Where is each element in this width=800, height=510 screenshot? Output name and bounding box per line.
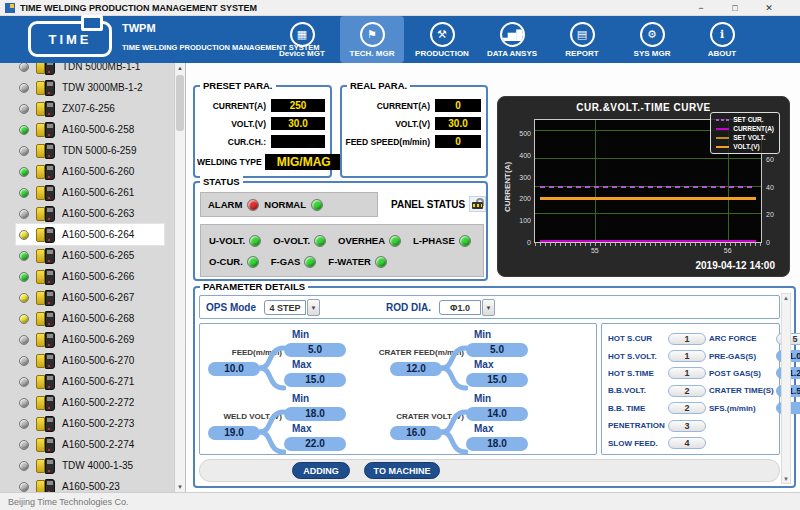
- real-row: CURRENT(A)0: [344, 98, 481, 113]
- sidebar-device-item[interactable]: A160-500-6-263: [16, 203, 164, 224]
- ops-mode-dropdown[interactable]: 4 STEP ▼: [264, 299, 320, 316]
- rod-dia-value[interactable]: Φ1.0: [439, 300, 481, 315]
- max-value-field[interactable]: 18.0: [466, 437, 528, 451]
- real-row-label: CURRENT(A): [344, 101, 430, 111]
- sidebar-device-item[interactable]: A160-500-2-272: [16, 392, 164, 413]
- current-value-field[interactable]: 19.0: [208, 426, 260, 440]
- sidebar-device-item[interactable]: A160-500-6-258: [16, 119, 164, 140]
- max-value-field[interactable]: 15.0: [466, 373, 528, 387]
- close-button[interactable]: ✕: [752, 3, 786, 13]
- scroll-down-icon[interactable]: ▼: [175, 484, 185, 490]
- series-line-set-cur: [540, 186, 757, 188]
- preset-rows: CURRENT(A)250VOLT.(V)30.0CUR.CH.:: [195, 87, 330, 149]
- legend-item: SET VOLT.: [716, 134, 774, 141]
- max-value-field[interactable]: 22.0: [284, 437, 346, 451]
- real-rows: CURRENT(A)0VOLT.(V)30.0FEED SPEED(m/min)…: [342, 87, 486, 149]
- welder-machine-icon: [36, 122, 55, 138]
- chevron-down-icon[interactable]: ▼: [307, 299, 320, 316]
- current-value-field[interactable]: 16.0: [390, 426, 442, 440]
- led-green-icon: [304, 256, 316, 268]
- nav-item-about[interactable]: ℹABOUT: [690, 16, 754, 63]
- parameter-details-panel: PARAMETER DETAILS OPS Mode 4 STEP ▼ ROD …: [193, 286, 796, 488]
- max-value-field[interactable]: 15.0: [284, 373, 346, 387]
- ops-mode-value[interactable]: 4 STEP: [264, 300, 306, 315]
- v-gridline: [595, 120, 596, 242]
- param-value-field[interactable]: 1: [668, 350, 706, 362]
- scrollbar-thumb[interactable]: [176, 75, 184, 131]
- sidebar-device-item[interactable]: A160-500-2-274: [16, 434, 164, 455]
- sidebar-device-item[interactable]: A160-500-6-267: [16, 287, 164, 308]
- welder-machine-icon: [36, 248, 55, 264]
- sidebar-device-item[interactable]: TDW 4000-1-35: [16, 455, 164, 476]
- nav-item-sys-mgr[interactable]: ⚙SYS MGR: [620, 16, 684, 63]
- details-scrollbar[interactable]: ▲ ▼: [781, 293, 791, 484]
- param-value-field[interactable]: 2: [668, 385, 706, 397]
- nav-item-data-ansys[interactable]: ▂▅▇DATA ANSYS: [480, 16, 544, 63]
- real-row-label: VOLT.(V): [344, 119, 430, 129]
- sidebar-device-item[interactable]: TDW 3000MB-1-2: [16, 77, 164, 98]
- preset-para-panel: PRESET PARA. CURRENT(A)250VOLT.(V)30.0CU…: [193, 85, 332, 178]
- x-tick: 55: [591, 247, 599, 254]
- y-tick-left: 300: [519, 173, 531, 180]
- maximize-button[interactable]: □: [718, 3, 752, 13]
- sidebar-device-item[interactable]: A160-500-6-264: [16, 224, 164, 245]
- led-gray-icon: [19, 146, 29, 156]
- param-value-field[interactable]: 2: [668, 402, 706, 414]
- led-green-icon: [19, 125, 29, 135]
- led-green-icon: [19, 251, 29, 261]
- sidebar-device-item[interactable]: A160-500-6-269: [16, 329, 164, 350]
- preset-row: CURRENT(A)250: [197, 98, 325, 113]
- scroll-up-icon[interactable]: ▲: [782, 295, 790, 301]
- param-value-field[interactable]: 1: [668, 367, 706, 379]
- welder-machine-icon: [36, 395, 55, 411]
- device-label: TDN 5000MB-1-1: [62, 63, 140, 72]
- min-value-field[interactable]: 18.0: [284, 407, 346, 421]
- preset-value-display: 30.0: [271, 117, 325, 130]
- sidebar-device-item[interactable]: A160-500-6-268: [16, 308, 164, 329]
- minimize-button[interactable]: −: [684, 3, 718, 13]
- rod-dia-dropdown[interactable]: Φ1.0 ▼: [439, 299, 495, 316]
- to-machine-button[interactable]: TO MACHINE: [364, 462, 440, 479]
- param-label: PRE-GAS(S): [709, 352, 773, 361]
- window-controls: − □ ✕: [684, 3, 786, 13]
- sidebar-device-item[interactable]: TDN 5000-6-259: [16, 140, 164, 161]
- min-value-field[interactable]: 14.0: [466, 407, 528, 421]
- param-label: ARC FORCE: [709, 334, 773, 343]
- sidebar-device-item[interactable]: TDN 5000MB-1-1: [16, 63, 164, 77]
- param-value-field[interactable]: 3: [668, 420, 706, 432]
- min-label: Min: [292, 329, 309, 340]
- min-value-field[interactable]: 5.0: [466, 343, 528, 357]
- param-value-field[interactable]: 1: [668, 333, 706, 345]
- sidebar-device-item[interactable]: A160-500-23: [16, 476, 164, 492]
- led-gray-icon: [19, 440, 29, 450]
- param-label: SFS.(m/min): [709, 404, 773, 413]
- sidebar-device-item[interactable]: A160-500-6-266: [16, 266, 164, 287]
- nav-item-report[interactable]: ▤REPORT: [550, 16, 614, 63]
- scroll-up-icon[interactable]: ▲: [175, 65, 185, 71]
- param-value-field[interactable]: 4: [668, 437, 706, 449]
- sidebar-device-item[interactable]: A160-500-6-271: [16, 371, 164, 392]
- nav-item-device-mgt[interactable]: ▦Device MGT: [270, 16, 334, 63]
- current-value-field[interactable]: 10.0: [208, 362, 260, 376]
- sidebar-device-item[interactable]: ZX07-6-256: [16, 98, 164, 119]
- extra-params-box: HOT S.CUR1ARC FORCE5HOT S.VOLT.1PRE-GAS(…: [601, 323, 780, 455]
- nav-item-tech-mgr[interactable]: ⚑TECH. MGR: [340, 16, 404, 63]
- scroll-down-icon[interactable]: ▼: [782, 476, 790, 482]
- adding-button[interactable]: ADDING: [292, 462, 350, 479]
- chevron-down-icon[interactable]: ▼: [482, 299, 495, 316]
- signal-row-2: O-CUR.F-GASF-WATER: [209, 251, 475, 272]
- sidebar-device-item[interactable]: A160-500-6-265: [16, 245, 164, 266]
- window-title: TIME WELDING PRODUCTION MANAGEMENT SYSTE…: [20, 3, 257, 13]
- min-value-field[interactable]: 5.0: [284, 343, 346, 357]
- nav-item-production[interactable]: ⚒PRODUCTION: [410, 16, 474, 63]
- sidebar-scrollbar[interactable]: ▲ ▼: [174, 63, 185, 492]
- legend-item: VOLT.(V): [716, 143, 774, 150]
- sidebar-device-item[interactable]: A160-500-6-261: [16, 182, 164, 203]
- device-label: A160-500-6-265: [62, 250, 134, 261]
- sidebar-device-item[interactable]: A160-500-2-273: [16, 413, 164, 434]
- time-logo: TIME: [28, 21, 112, 57]
- current-value-field[interactable]: 12.0: [390, 362, 442, 376]
- sidebar-device-item[interactable]: A160-500-6-260: [16, 161, 164, 182]
- sidebar-device-item[interactable]: A160-500-6-270: [16, 350, 164, 371]
- led-gray-icon: [19, 419, 29, 429]
